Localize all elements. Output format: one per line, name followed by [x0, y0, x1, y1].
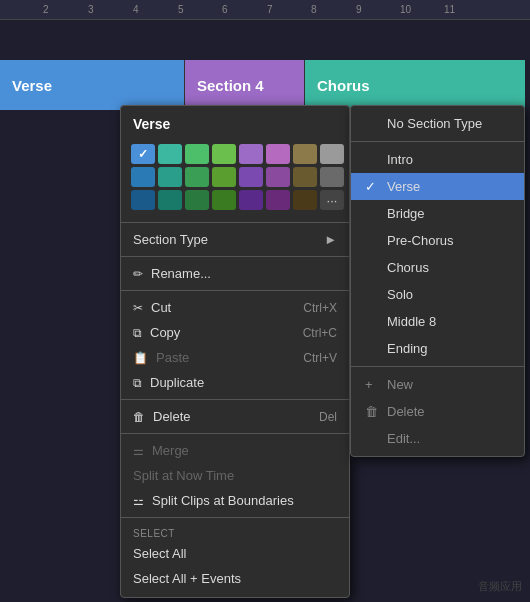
submenu-edit[interactable]: Edit... — [351, 425, 524, 452]
swatch-7[interactable] — [320, 144, 344, 164]
swatch-8[interactable] — [131, 167, 155, 187]
middle8-label: Middle 8 — [387, 314, 436, 329]
cut-icon: ✂ — [133, 301, 143, 315]
ruler-mark-2: 2 — [43, 4, 49, 15]
split-now-item[interactable]: Split at Now Time — [121, 463, 349, 488]
submenu-solo[interactable]: Solo — [351, 281, 524, 308]
delete-shortcut: Del — [319, 410, 337, 424]
section-verse-label: Verse — [12, 77, 52, 94]
submenu-no-section[interactable]: No Section Type — [351, 110, 524, 137]
delete-item[interactable]: 🗑 Delete Del — [121, 404, 349, 429]
divider-4 — [121, 399, 349, 400]
swatch-0[interactable] — [131, 144, 155, 164]
split-clips-item[interactable]: ⚍ Split Clips at Boundaries — [121, 488, 349, 513]
rename-item[interactable]: ✏ Rename... — [121, 261, 349, 286]
submenu-intro[interactable]: Intro — [351, 146, 524, 173]
paste-icon: 📋 — [133, 351, 148, 365]
edit-label: Edit... — [387, 431, 420, 446]
copy-shortcut: Ctrl+C — [303, 326, 337, 340]
select-all-label: Select All — [133, 546, 186, 561]
submenu-delete[interactable]: 🗑 Delete — [351, 398, 524, 425]
cut-label: Cut — [151, 300, 171, 315]
submenu-verse[interactable]: ✓ Verse — [351, 173, 524, 200]
ruler-mark-9: 9 — [356, 4, 362, 15]
submenu-bridge[interactable]: Bridge — [351, 200, 524, 227]
duplicate-icon: ⧉ — [133, 376, 142, 390]
split-now-label: Split at Now Time — [133, 468, 234, 483]
select-all-events-item[interactable]: Select All + Events — [121, 566, 349, 591]
divider-6 — [121, 517, 349, 518]
swatch-6[interactable] — [293, 144, 317, 164]
swatch-21[interactable] — [266, 190, 290, 210]
pre-chorus-label: Pre-Chorus — [387, 233, 453, 248]
paste-label: Paste — [156, 350, 189, 365]
swatch-15[interactable] — [320, 167, 344, 187]
ruler-mark-10: 10 — [400, 4, 411, 15]
delete-icon2: 🗑 — [365, 404, 379, 419]
swatch-3[interactable] — [212, 144, 236, 164]
new-label: New — [387, 377, 413, 392]
swatch-12[interactable] — [239, 167, 263, 187]
submenu-new[interactable]: + New — [351, 371, 524, 398]
duplicate-item[interactable]: ⧉ Duplicate — [121, 370, 349, 395]
new-icon: + — [365, 377, 379, 392]
intro-label: Intro — [387, 152, 413, 167]
ruler-mark-8: 8 — [311, 4, 317, 15]
submenu-divider-1 — [351, 141, 524, 142]
swatch-2[interactable] — [185, 144, 209, 164]
rename-label: Rename... — [151, 266, 211, 281]
section-chorus[interactable]: Chorus — [305, 60, 525, 110]
section-4[interactable]: Section 4 — [185, 60, 305, 110]
split-clips-icon: ⚍ — [133, 494, 144, 508]
delete-icon: 🗑 — [133, 410, 145, 424]
swatch-20[interactable] — [239, 190, 263, 210]
swatch-11[interactable] — [212, 167, 236, 187]
select-section-label: SELECT — [121, 522, 349, 541]
swatch-more[interactable]: ··· — [320, 190, 344, 210]
track-area: v c Verse Section 4 Chorus Verse — [0, 20, 530, 602]
submenu-ending[interactable]: Ending — [351, 335, 524, 362]
copy-item[interactable]: ⧉ Copy Ctrl+C — [121, 320, 349, 345]
section-type-item[interactable]: Section Type ► — [121, 227, 349, 252]
cut-item[interactable]: ✂ Cut Ctrl+X — [121, 295, 349, 320]
merge-icon: ⚌ — [133, 444, 144, 458]
swatch-1[interactable] — [158, 144, 182, 164]
paste-item[interactable]: 📋 Paste Ctrl+V — [121, 345, 349, 370]
swatch-19[interactable] — [212, 190, 236, 210]
ending-label: Ending — [387, 341, 427, 356]
swatch-17[interactable] — [158, 190, 182, 210]
swatch-9[interactable] — [158, 167, 182, 187]
merge-item[interactable]: ⚌ Merge — [121, 438, 349, 463]
swatch-4[interactable] — [239, 144, 263, 164]
divider-5 — [121, 433, 349, 434]
section-4-label: Section 4 — [197, 77, 264, 94]
copy-icon: ⧉ — [133, 326, 142, 340]
delete-label2: Delete — [387, 404, 425, 419]
ruler-mark-7: 7 — [267, 4, 273, 15]
swatch-13[interactable] — [266, 167, 290, 187]
swatch-5[interactable] — [266, 144, 290, 164]
menu-title: Verse — [121, 112, 349, 140]
submenu-middle8[interactable]: Middle 8 — [351, 308, 524, 335]
section-type-arrow: ► — [324, 232, 337, 247]
divider-3 — [121, 290, 349, 291]
swatch-16[interactable] — [131, 190, 155, 210]
submenu-pre-chorus[interactable]: Pre-Chorus — [351, 227, 524, 254]
rename-icon: ✏ — [133, 267, 143, 281]
delete-label: Delete — [153, 409, 191, 424]
bridge-label: Bridge — [387, 206, 425, 221]
timeline-ruler: 2 3 4 5 6 7 8 9 10 11 — [0, 0, 530, 20]
section-chorus-label: Chorus — [317, 77, 370, 94]
divider-1 — [121, 222, 349, 223]
select-all-item[interactable]: Select All — [121, 541, 349, 566]
swatch-18[interactable] — [185, 190, 209, 210]
swatch-10[interactable] — [185, 167, 209, 187]
merge-label: Merge — [152, 443, 189, 458]
section-verse[interactable]: Verse — [0, 60, 185, 110]
swatch-14[interactable] — [293, 167, 317, 187]
submenu-chorus[interactable]: Chorus — [351, 254, 524, 281]
swatch-22[interactable] — [293, 190, 317, 210]
section-type-submenu: No Section Type Intro ✓ Verse Bridge Pre… — [350, 105, 525, 457]
ruler-mark-3: 3 — [88, 4, 94, 15]
context-menu: Verse ·· — [120, 105, 350, 598]
